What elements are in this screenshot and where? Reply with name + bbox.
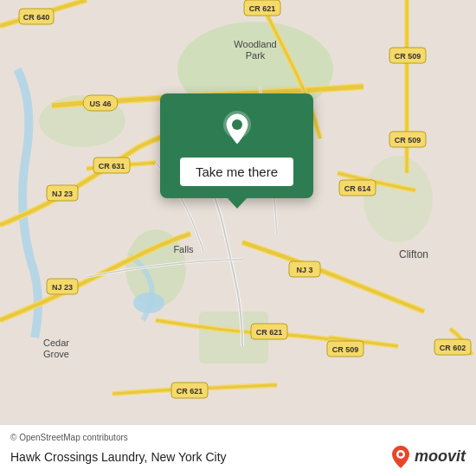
moovit-pin-icon [390,445,411,469]
location-text: Hawk Crossings Laundry, New York City [10,450,227,464]
map-container: CR 640 US 46 CR 631 NJ 23 NJ 23 CR 621 C… [0,0,476,424]
svg-text:NJ 23: NJ 23 [52,190,73,198]
svg-text:CR 621: CR 621 [177,387,203,396]
location-pin-icon [218,109,256,147]
svg-text:Park: Park [246,50,266,61]
svg-text:NJ 23: NJ 23 [52,283,73,292]
popup-card: Take me there [160,93,313,198]
svg-point-48 [398,452,402,456]
svg-point-6 [133,293,164,313]
location-name: Hawk Crossings Laundry, [10,450,147,464]
bottom-bar: © OpenStreetMap contributors Hawk Crossi… [0,424,476,476]
svg-text:CR 621: CR 621 [256,328,283,337]
svg-text:CR 509: CR 509 [395,136,421,145]
svg-text:CR 602: CR 602 [440,344,466,352]
svg-point-5 [363,156,433,242]
svg-text:NJ 3: NJ 3 [296,266,312,274]
take-me-there-button[interactable]: Take me there [180,158,293,186]
moovit-logo: moovit [390,445,466,469]
city-name: New York City [151,450,226,464]
svg-text:US 46: US 46 [89,100,111,108]
svg-text:Clifton: Clifton [399,248,428,261]
svg-text:CR 509: CR 509 [395,52,421,61]
svg-text:CR 631: CR 631 [99,162,125,170]
svg-text:Woodland: Woodland [234,39,276,49]
bottom-info: Hawk Crossings Laundry, New York City mo… [10,445,466,469]
moovit-brand-name: moovit [415,447,466,466]
svg-text:CR 621: CR 621 [249,4,276,13]
svg-text:Falls: Falls [173,244,194,254]
svg-text:CR 640: CR 640 [23,13,50,22]
copyright-text: © OpenStreetMap contributors [10,433,466,442]
svg-text:CR 509: CR 509 [332,345,359,354]
svg-text:Cedar: Cedar [43,338,69,348]
svg-point-46 [232,119,242,130]
svg-text:CR 614: CR 614 [344,184,371,193]
svg-text:Grove: Grove [43,349,69,359]
